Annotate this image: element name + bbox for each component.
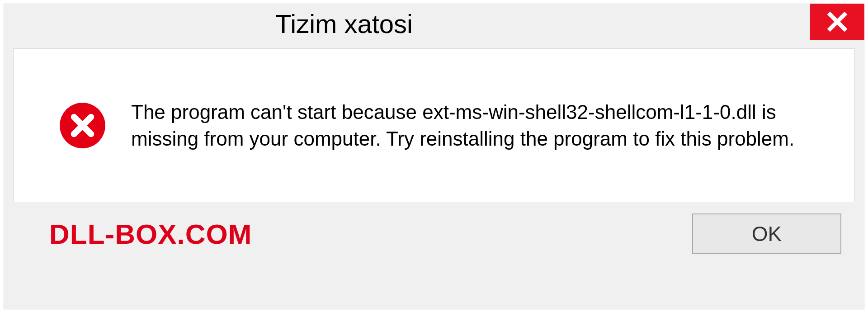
error-icon	[59, 102, 106, 149]
close-button[interactable]	[810, 4, 864, 40]
dialog-title: Tizim xatosi	[4, 4, 413, 39]
error-dialog: Tizim xatosi The program can't start bec…	[4, 4, 864, 309]
error-message: The program can't start because ext-ms-w…	[131, 99, 827, 152]
dialog-footer: DLL-BOX.COM OK	[4, 213, 864, 268]
watermark-text: DLL-BOX.COM	[49, 218, 252, 250]
ok-button[interactable]: OK	[692, 213, 841, 254]
content-panel: The program can't start because ext-ms-w…	[13, 48, 855, 202]
close-icon	[826, 11, 848, 33]
titlebar: Tizim xatosi	[4, 4, 864, 45]
